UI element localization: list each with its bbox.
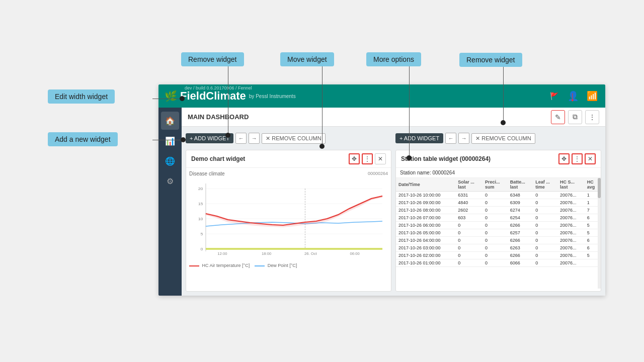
wifi-icon[interactable]: 📶	[585, 89, 599, 103]
table-content: Station name: 00000264 Date/Time Solar .…	[396, 168, 601, 291]
chart-station-id: 00000264	[368, 171, 388, 176]
chart-close-btn[interactable]: ✕	[375, 153, 386, 164]
copy-dashboard-btn[interactable]: ⧉	[568, 110, 582, 124]
th-datetime: Date/Time	[396, 178, 455, 192]
table-row: 2017-10-26 04:00:00006266020076...6	[396, 237, 601, 244]
table-cell: 0	[482, 207, 508, 214]
table-cell: 6331	[455, 192, 482, 199]
more-options-line	[409, 65, 410, 157]
table-row: 2017-10-26 03:00:00006263020076...6	[396, 244, 601, 252]
table-cell: 0	[482, 229, 508, 237]
sidebar-gear-icon[interactable]: ⚙	[161, 172, 179, 190]
chart-widget-actions: ✥ ⋮ ✕	[349, 153, 386, 164]
table-cell: 2017-10-26 02:00:00	[396, 252, 455, 259]
table-cell: 20076...	[557, 237, 585, 244]
dashboard-header: MAIN DASHBOARD ✎ ⧉ ⋮	[182, 108, 605, 127]
remove-widget-right-bubble: Remove widget	[459, 53, 522, 67]
table-scroll[interactable]: Date/Time Solar ...last Preci...sum Batt…	[396, 178, 601, 289]
table-cell: 6254	[508, 214, 533, 222]
right-column-toolbar: + ADD WIDGET ← → ✕ REMOVE COLUMN	[395, 131, 601, 146]
table-cell: 2017-10-26 07:00:00	[396, 214, 455, 222]
col-right-left-arrow-btn[interactable]: ←	[445, 133, 456, 144]
scroll-indicator	[598, 178, 601, 289]
table-cell: 0	[533, 237, 557, 244]
th-leaf: Leaf ...time	[533, 178, 557, 192]
svg-text:0: 0	[201, 246, 203, 251]
table-row: 2017-10-26 06:00:00006266020076...5	[396, 222, 601, 229]
sidebar-globe-icon[interactable]: 🌐	[161, 152, 179, 170]
remove-col-right-btn[interactable]: ✕ REMOVE COLUMN	[471, 133, 535, 144]
table-cell: 2017-10-26 01:00:00	[396, 259, 455, 267]
right-column: + ADD WIDGET ← → ✕ REMOVE COLUMN Station…	[395, 131, 601, 292]
table-cell: 20076...	[557, 252, 585, 259]
legend-blue: Dew Point [°C]	[255, 263, 297, 268]
col-right-arrow-btn[interactable]: →	[249, 133, 260, 144]
table-cell: 20076...	[557, 259, 585, 267]
edit-width-line	[152, 99, 182, 99]
table-cell: 0	[533, 252, 557, 259]
table-cell: 0	[455, 244, 482, 252]
sidebar-home-icon[interactable]: 🏠	[161, 112, 179, 130]
table-cell: 0	[482, 214, 508, 222]
table-cell: 0	[533, 192, 557, 199]
more-options-bubble: More options	[366, 52, 421, 66]
app-sidebar: 🏠 📊 🌐 ⚙	[158, 108, 182, 296]
flag-icon[interactable]: 🚩	[547, 89, 561, 103]
left-column-toolbar: + ADD WIDGET ← → ✕ REMOVE COLUMN	[186, 131, 391, 146]
table-widget-actions: ✥ ⋮ ✕	[558, 153, 596, 164]
chart-more-btn[interactable]: ⋮	[362, 153, 373, 164]
table-cell: 20076...	[557, 244, 585, 252]
remove-col-left-btn[interactable]: ✕ REMOVE COLUMN	[262, 133, 325, 144]
red-arrow: ↓	[569, 88, 576, 105]
table-cell: 0	[482, 259, 508, 267]
table-cell: 0	[455, 259, 482, 267]
col-right-right-arrow-btn[interactable]: →	[458, 133, 469, 144]
dashboard-actions: ✎ ⧉ ⋮	[551, 110, 599, 124]
col-left-arrow-btn[interactable]: ←	[235, 133, 247, 144]
app-header: dev / build 0.6.20170906 / Fennel 🌿 Fiel…	[158, 84, 605, 108]
svg-text:12:00: 12:00	[217, 251, 227, 256]
svg-text:5: 5	[201, 231, 203, 236]
table-head: Date/Time Solar ...last Preci...sum Batt…	[396, 178, 601, 192]
sidebar-chart-icon[interactable]: 📊	[161, 132, 179, 150]
chart-widget-title: Demo chart widget	[191, 155, 349, 162]
table-row: 2017-10-26 05:00:00006257020076...5	[396, 229, 601, 237]
table-cell: 2017-10-26 05:00:00	[396, 229, 455, 237]
add-new-widget-label: Add a new widget	[55, 135, 111, 143]
table-cell: 2017-10-26 09:00:00	[396, 199, 455, 207]
add-widget-right-btn[interactable]: + ADD WIDGET	[395, 133, 443, 143]
remove-widget-left-dot	[225, 133, 230, 138]
table-cell: 6066	[508, 259, 533, 267]
scroll-thumb	[598, 178, 601, 198]
table-more-btn[interactable]: ⋮	[572, 153, 583, 164]
table-cell: 0	[455, 229, 482, 237]
columns-area: + ADD WIDGET ← → ✕ REMOVE COLUMN Demo ch…	[182, 127, 605, 296]
table-move-btn[interactable]: ✥	[558, 153, 570, 164]
remove-widget-right-label: Remove widget	[466, 56, 515, 64]
table-cell: 20076...	[557, 207, 585, 214]
table-close-btn[interactable]: ✕	[585, 153, 596, 164]
table-cell: 0	[533, 199, 557, 207]
remove-widget-left-line	[228, 65, 228, 135]
chart-move-btn[interactable]: ✥	[349, 153, 360, 164]
app-container: dev / build 0.6.20170906 / Fennel 🌿 Fiel…	[158, 84, 605, 296]
edit-dashboard-btn[interactable]: ✎	[551, 110, 565, 124]
more-dashboard-btn[interactable]: ⋮	[585, 110, 599, 124]
col-divider	[391, 131, 395, 292]
table-cell: 0	[533, 207, 557, 214]
legend-red-line	[189, 265, 199, 266]
table-cell: 0	[482, 199, 508, 207]
svg-text:06:00: 06:00	[350, 251, 360, 256]
table-cell: 2602	[455, 207, 482, 214]
chart-subtitle: Disease climate	[189, 171, 388, 176]
logo-sub: by Pessl Instruments	[249, 94, 296, 99]
table-cell: 2017-10-26 06:00:00	[396, 222, 455, 229]
add-widget-line	[152, 140, 183, 140]
table-cell: 2017-10-26 03:00:00	[396, 244, 455, 252]
table-cell: 0	[455, 252, 482, 259]
remove-widget-right-line	[503, 66, 504, 122]
chart-legend: HC Air temperature [°C] Dew Point [°C]	[189, 263, 388, 268]
table-cell: 6348	[508, 192, 533, 199]
svg-text:18:00: 18:00	[262, 251, 271, 256]
edit-width-widget-label: Edit width widget	[55, 93, 108, 101]
